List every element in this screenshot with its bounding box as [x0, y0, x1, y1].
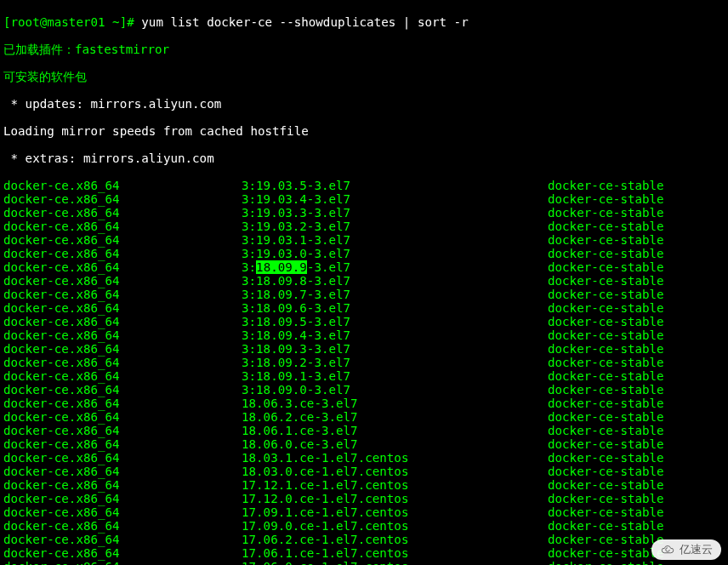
package-row: docker-ce.x86_643:18.09.0-3.el7docker-ce…: [3, 383, 725, 397]
package-row: docker-ce.x86_6418.06.0.ce-3.el7docker-c…: [3, 437, 725, 451]
package-name: docker-ce.x86_64: [3, 192, 242, 206]
package-name: docker-ce.x86_64: [3, 356, 242, 369]
package-name: docker-ce.x86_64: [3, 260, 242, 274]
package-repo: docker-ce-stable: [548, 519, 664, 533]
package-row: docker-ce.x86_6417.12.1.ce-1.el7.centosd…: [3, 478, 725, 492]
package-row: docker-ce.x86_643:18.09.2-3.el7docker-ce…: [3, 356, 725, 369]
package-repo: docker-ce-stable: [548, 274, 664, 288]
package-name: docker-ce.x86_64: [3, 533, 242, 546]
package-name: docker-ce.x86_64: [3, 492, 242, 505]
package-version: 3:19.03.1-3.el7: [242, 233, 548, 247]
package-repo: docker-ce-stable: [548, 342, 664, 356]
package-row: docker-ce.x86_6417.09.0.ce-1.el7.centosd…: [3, 519, 725, 533]
package-version: 18.03.0.ce-1.el7.centos: [242, 465, 548, 478]
package-version: 3:19.03.4-3.el7: [242, 192, 548, 206]
package-repo: docker-ce-stable: [548, 328, 664, 342]
package-repo: docker-ce-stable: [548, 397, 664, 410]
package-row: docker-ce.x86_643:18.09.9-3.el7docker-ce…: [3, 260, 725, 274]
package-row: docker-ce.x86_643:18.09.5-3.el7docker-ce…: [3, 315, 725, 328]
package-repo: docker-ce-stable: [548, 546, 664, 560]
prompt-line: [root@master01 ~]# yum list docker-ce --…: [3, 15, 725, 29]
package-repo: docker-ce-stable: [548, 179, 664, 192]
package-repo: docker-ce-stable: [548, 233, 664, 247]
package-name: docker-ce.x86_64: [3, 383, 242, 397]
package-row: docker-ce.x86_6417.09.1.ce-1.el7.centosd…: [3, 505, 725, 519]
package-version: 17.06.2.ce-1.el7.centos: [242, 533, 548, 546]
package-repo: docker-ce-stable: [548, 383, 664, 397]
package-name: docker-ce.x86_64: [3, 505, 242, 519]
package-version: 3:18.09.4-3.el7: [242, 328, 548, 342]
package-version: 3:19.03.0-3.el7: [242, 247, 548, 260]
package-repo: docker-ce-stable: [548, 315, 664, 328]
terminal-output[interactable]: [root@master01 ~]# yum list docker-ce --…: [0, 0, 728, 565]
package-name: docker-ce.x86_64: [3, 328, 242, 342]
package-repo: docker-ce-stable: [548, 206, 664, 220]
package-repo: docker-ce-stable: [548, 465, 664, 478]
package-name: docker-ce.x86_64: [3, 342, 242, 356]
package-repo: docker-ce-stable: [548, 410, 664, 424]
package-name: docker-ce.x86_64: [3, 220, 242, 233]
package-version: 18.06.2.ce-3.el7: [242, 410, 548, 424]
package-name: docker-ce.x86_64: [3, 206, 242, 220]
package-version: 18.06.3.ce-3.el7: [242, 397, 548, 410]
package-name: docker-ce.x86_64: [3, 397, 242, 410]
package-version: 3:18.09.6-3.el7: [242, 301, 548, 315]
package-row: docker-ce.x86_6418.03.1.ce-1.el7.centosd…: [3, 451, 725, 465]
package-name: docker-ce.x86_64: [3, 369, 242, 383]
package-version: 3:18.09.1-3.el7: [242, 369, 548, 383]
cloud-icon: [660, 544, 675, 556]
package-row: docker-ce.x86_643:19.03.3-3.el7docker-ce…: [3, 206, 725, 220]
package-version: 18.03.1.ce-1.el7.centos: [242, 451, 548, 465]
package-name: docker-ce.x86_64: [3, 179, 242, 192]
prompt-prefix: [root@master01 ~]#: [3, 15, 134, 29]
package-version: 3:19.03.3-3.el7: [242, 206, 548, 220]
package-row: docker-ce.x86_643:19.03.4-3.el7docker-ce…: [3, 192, 725, 206]
package-repo: docker-ce-stable: [548, 424, 664, 437]
package-row: docker-ce.x86_643:18.09.3-3.el7docker-ce…: [3, 342, 725, 356]
package-repo: docker-ce-stable: [548, 451, 664, 465]
package-row: docker-ce.x86_643:18.09.7-3.el7docker-ce…: [3, 288, 725, 301]
package-row: docker-ce.x86_643:18.09.6-3.el7docker-ce…: [3, 301, 725, 315]
package-row: docker-ce.x86_6417.06.0.ce-1.el7.centosd…: [3, 560, 725, 565]
package-row: docker-ce.x86_643:18.09.8-3.el7docker-ce…: [3, 274, 725, 288]
package-name: docker-ce.x86_64: [3, 288, 242, 301]
package-version: 18.06.0.ce-3.el7: [242, 437, 548, 451]
package-name: docker-ce.x86_64: [3, 478, 242, 492]
package-version: 17.09.0.ce-1.el7.centos: [242, 519, 548, 533]
package-row: docker-ce.x86_6417.06.1.ce-1.el7.centosd…: [3, 546, 725, 560]
package-name: docker-ce.x86_64: [3, 247, 242, 260]
package-list: docker-ce.x86_643:19.03.5-3.el7docker-ce…: [3, 179, 725, 565]
package-repo: docker-ce-stable: [548, 505, 664, 519]
package-row: docker-ce.x86_6418.06.3.ce-3.el7docker-c…: [3, 397, 725, 410]
package-row: docker-ce.x86_643:19.03.2-3.el7docker-ce…: [3, 220, 725, 233]
package-repo: docker-ce-stable: [548, 533, 664, 546]
package-repo: docker-ce-stable: [548, 356, 664, 369]
package-version: 3:18.09.3-3.el7: [242, 342, 548, 356]
package-version: 3:18.09.7-3.el7: [242, 288, 548, 301]
package-repo: docker-ce-stable: [548, 478, 664, 492]
package-row: docker-ce.x86_6418.03.0.ce-1.el7.centosd…: [3, 465, 725, 478]
package-repo: docker-ce-stable: [548, 301, 664, 315]
package-row: docker-ce.x86_643:19.03.1-3.el7docker-ce…: [3, 233, 725, 247]
package-name: docker-ce.x86_64: [3, 233, 242, 247]
package-name: docker-ce.x86_64: [3, 560, 242, 565]
package-version: 3:18.09.9-3.el7: [242, 260, 548, 274]
package-repo: docker-ce-stable: [548, 492, 664, 505]
package-version: 3:19.03.5-3.el7: [242, 179, 548, 192]
highlighted-version: 18.09.9: [256, 260, 307, 274]
package-name: docker-ce.x86_64: [3, 424, 242, 437]
package-row: docker-ce.x86_643:18.09.1-3.el7docker-ce…: [3, 369, 725, 383]
command-text: yum list docker-ce --showduplicates | so…: [141, 15, 468, 29]
package-name: docker-ce.x86_64: [3, 274, 242, 288]
updates-mirror: * updates: mirrors.aliyun.com: [3, 97, 725, 111]
package-repo: docker-ce-stable: [548, 247, 664, 260]
package-version: 17.09.1.ce-1.el7.centos: [242, 505, 548, 519]
package-repo: docker-ce-stable: [548, 437, 664, 451]
package-repo: docker-ce-stable: [548, 560, 664, 565]
package-row: docker-ce.x86_6417.06.2.ce-1.el7.centosd…: [3, 533, 725, 546]
package-name: docker-ce.x86_64: [3, 301, 242, 315]
watermark-text: 亿速云: [680, 543, 713, 556]
package-version: 17.12.1.ce-1.el7.centos: [242, 478, 548, 492]
package-version: 17.06.0.ce-1.el7.centos: [242, 560, 548, 565]
plugins-line: 已加载插件：fastestmirror: [3, 43, 725, 56]
